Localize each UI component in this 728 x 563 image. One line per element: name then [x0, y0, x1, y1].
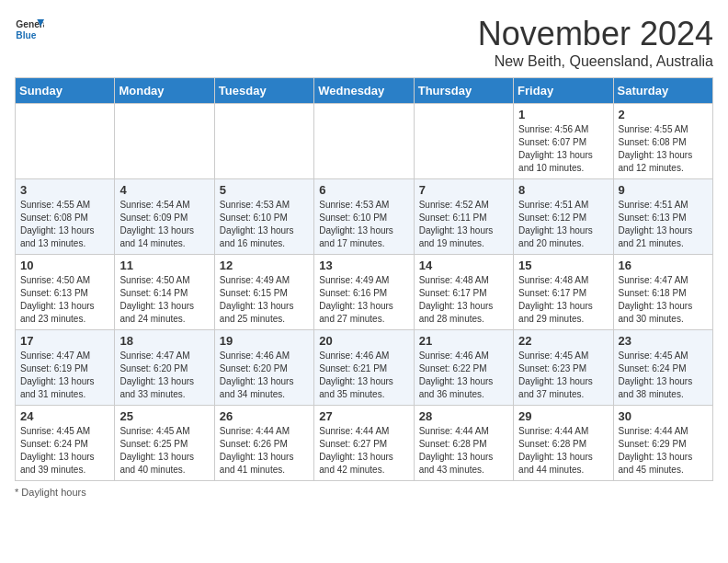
col-sunday: Sunday: [16, 78, 115, 104]
week-row-5: 24Sunrise: 4:45 AMSunset: 6:24 PMDayligh…: [16, 406, 713, 481]
calendar-cell: 7Sunrise: 4:52 AMSunset: 6:11 PMDaylight…: [414, 179, 513, 255]
day-number: 25: [119, 409, 209, 423]
calendar-cell: [214, 104, 313, 179]
day-info: Sunrise: 4:44 AMSunset: 6:27 PMDaylight:…: [319, 425, 408, 477]
day-info: Sunrise: 4:52 AMSunset: 6:11 PMDaylight:…: [419, 199, 508, 250]
day-number: 2: [619, 108, 708, 121]
day-info: Sunrise: 4:44 AMSunset: 6:29 PMDaylight:…: [619, 425, 708, 477]
calendar-cell: 27Sunrise: 4:44 AMSunset: 6:27 PMDayligh…: [314, 406, 414, 481]
day-info: Sunrise: 4:49 AMSunset: 6:15 PMDaylight:…: [220, 274, 309, 326]
day-info: Sunrise: 4:47 AMSunset: 6:20 PMDaylight:…: [119, 350, 209, 401]
day-info: Sunrise: 4:54 AMSunset: 6:09 PMDaylight:…: [119, 199, 209, 250]
calendar-cell: 13Sunrise: 4:49 AMSunset: 6:16 PMDayligh…: [314, 255, 414, 330]
week-row-2: 3Sunrise: 4:55 AMSunset: 6:08 PMDaylight…: [16, 179, 713, 255]
day-number: 26: [220, 409, 309, 423]
day-number: 9: [619, 183, 708, 197]
day-number: 27: [319, 409, 408, 423]
day-info: Sunrise: 4:51 AMSunset: 6:12 PMDaylight:…: [518, 199, 608, 250]
calendar-cell: 1Sunrise: 4:56 AMSunset: 6:07 PMDaylight…: [514, 104, 613, 179]
col-saturday: Saturday: [613, 78, 712, 104]
calendar-cell: 25Sunrise: 4:45 AMSunset: 6:25 PMDayligh…: [115, 406, 214, 481]
calendar-cell: 26Sunrise: 4:44 AMSunset: 6:26 PMDayligh…: [214, 406, 313, 481]
logo-icon: General Blue: [15, 15, 44, 44]
day-number: 14: [419, 259, 508, 272]
day-info: Sunrise: 4:45 AMSunset: 6:24 PMDaylight:…: [20, 425, 109, 477]
day-number: 16: [619, 259, 708, 272]
calendar-cell: 14Sunrise: 4:48 AMSunset: 6:17 PMDayligh…: [414, 255, 513, 330]
calendar-cell: 16Sunrise: 4:47 AMSunset: 6:18 PMDayligh…: [613, 255, 712, 330]
col-thursday: Thursday: [414, 78, 513, 104]
calendar-cell: 18Sunrise: 4:47 AMSunset: 6:20 PMDayligh…: [115, 330, 214, 406]
day-info: Sunrise: 4:45 AMSunset: 6:23 PMDaylight:…: [518, 350, 608, 401]
logo: General Blue General Blue: [15, 15, 44, 44]
day-number: 12: [220, 259, 309, 272]
footer-note: * Daylight hours: [15, 487, 713, 498]
day-info: Sunrise: 4:50 AMSunset: 6:13 PMDaylight:…: [20, 274, 109, 326]
calendar-cell: 9Sunrise: 4:51 AMSunset: 6:13 PMDaylight…: [613, 179, 712, 255]
week-row-4: 17Sunrise: 4:47 AMSunset: 6:19 PMDayligh…: [16, 330, 713, 406]
calendar-cell: 19Sunrise: 4:46 AMSunset: 6:20 PMDayligh…: [214, 330, 313, 406]
day-info: Sunrise: 4:44 AMSunset: 6:28 PMDaylight:…: [518, 425, 608, 477]
day-number: 4: [119, 183, 209, 197]
day-number: 24: [20, 409, 109, 423]
calendar-cell: [414, 104, 513, 179]
day-info: Sunrise: 4:50 AMSunset: 6:14 PMDaylight:…: [119, 274, 209, 326]
day-number: 17: [20, 334, 109, 348]
day-number: 18: [119, 334, 209, 348]
day-number: 8: [518, 183, 608, 197]
calendar-cell: [115, 104, 214, 179]
calendar-cell: 12Sunrise: 4:49 AMSunset: 6:15 PMDayligh…: [214, 255, 313, 330]
calendar-cell: [314, 104, 414, 179]
calendar-cell: 5Sunrise: 4:53 AMSunset: 6:10 PMDaylight…: [214, 179, 313, 255]
day-info: Sunrise: 4:45 AMSunset: 6:24 PMDaylight:…: [619, 350, 708, 401]
day-number: 19: [220, 334, 309, 348]
day-number: 29: [518, 409, 608, 423]
calendar-cell: 6Sunrise: 4:53 AMSunset: 6:10 PMDaylight…: [314, 179, 414, 255]
day-number: 11: [119, 259, 209, 272]
location-subtitle: New Beith, Queensland, Australia: [478, 53, 713, 70]
day-info: Sunrise: 4:48 AMSunset: 6:17 PMDaylight:…: [518, 274, 608, 326]
page-header: General Blue General Blue November 2024 …: [15, 15, 713, 70]
day-info: Sunrise: 4:46 AMSunset: 6:22 PMDaylight:…: [419, 350, 508, 401]
day-number: 15: [518, 259, 608, 272]
col-monday: Monday: [115, 78, 214, 104]
day-number: 20: [319, 334, 408, 348]
week-row-1: 1Sunrise: 4:56 AMSunset: 6:07 PMDaylight…: [16, 104, 713, 179]
col-wednesday: Wednesday: [314, 78, 414, 104]
calendar-cell: 17Sunrise: 4:47 AMSunset: 6:19 PMDayligh…: [16, 330, 115, 406]
day-number: 10: [20, 259, 109, 272]
day-number: 13: [319, 259, 408, 272]
calendar-cell: 21Sunrise: 4:46 AMSunset: 6:22 PMDayligh…: [414, 330, 513, 406]
day-info: Sunrise: 4:47 AMSunset: 6:18 PMDaylight:…: [619, 274, 708, 326]
day-info: Sunrise: 4:55 AMSunset: 6:08 PMDaylight:…: [619, 123, 708, 175]
calendar-cell: 28Sunrise: 4:44 AMSunset: 6:28 PMDayligh…: [414, 406, 513, 481]
day-number: 6: [319, 183, 408, 197]
calendar-cell: 22Sunrise: 4:45 AMSunset: 6:23 PMDayligh…: [514, 330, 613, 406]
week-row-3: 10Sunrise: 4:50 AMSunset: 6:13 PMDayligh…: [16, 255, 713, 330]
day-info: Sunrise: 4:46 AMSunset: 6:21 PMDaylight:…: [319, 350, 408, 401]
calendar-cell: 10Sunrise: 4:50 AMSunset: 6:13 PMDayligh…: [16, 255, 115, 330]
day-number: 1: [518, 108, 608, 121]
col-friday: Friday: [514, 78, 613, 104]
day-info: Sunrise: 4:53 AMSunset: 6:10 PMDaylight:…: [220, 199, 309, 250]
day-info: Sunrise: 4:45 AMSunset: 6:25 PMDaylight:…: [119, 425, 209, 477]
calendar-cell: 2Sunrise: 4:55 AMSunset: 6:08 PMDaylight…: [613, 104, 712, 179]
calendar-cell: 30Sunrise: 4:44 AMSunset: 6:29 PMDayligh…: [613, 406, 712, 481]
day-info: Sunrise: 4:55 AMSunset: 6:08 PMDaylight:…: [20, 199, 109, 250]
day-info: Sunrise: 4:53 AMSunset: 6:10 PMDaylight:…: [319, 199, 408, 250]
day-info: Sunrise: 4:47 AMSunset: 6:19 PMDaylight:…: [20, 350, 109, 401]
day-number: 22: [518, 334, 608, 348]
day-info: Sunrise: 4:51 AMSunset: 6:13 PMDaylight:…: [619, 199, 708, 250]
day-number: 28: [419, 409, 508, 423]
day-info: Sunrise: 4:49 AMSunset: 6:16 PMDaylight:…: [319, 274, 408, 326]
calendar-cell: 11Sunrise: 4:50 AMSunset: 6:14 PMDayligh…: [115, 255, 214, 330]
day-number: 7: [419, 183, 508, 197]
day-number: 5: [220, 183, 309, 197]
calendar-cell: 24Sunrise: 4:45 AMSunset: 6:24 PMDayligh…: [16, 406, 115, 481]
day-info: Sunrise: 4:44 AMSunset: 6:28 PMDaylight:…: [419, 425, 508, 477]
day-number: 23: [619, 334, 708, 348]
calendar-cell: 23Sunrise: 4:45 AMSunset: 6:24 PMDayligh…: [613, 330, 712, 406]
calendar-cell: [16, 104, 115, 179]
calendar-cell: 8Sunrise: 4:51 AMSunset: 6:12 PMDaylight…: [514, 179, 613, 255]
calendar-cell: 20Sunrise: 4:46 AMSunset: 6:21 PMDayligh…: [314, 330, 414, 406]
